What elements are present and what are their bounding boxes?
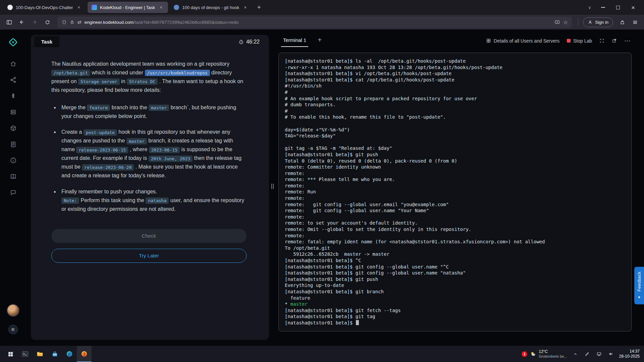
terminal-line: remote:: [285, 170, 625, 177]
profile-badge[interactable]: R: [8, 325, 18, 334]
inline-code: Storage server: [78, 78, 120, 85]
tray-volume-icon[interactable]: [607, 351, 614, 357]
terminal-line: #!/usr/bin/sh: [285, 83, 625, 89]
tab-close-icon[interactable]: [76, 4, 82, 10]
address-bar[interactable]: engineer.kodekloud.com/task?id=680787723…: [58, 17, 572, 28]
permissions-icon[interactable]: [77, 19, 82, 25]
toolbar-separator: [578, 18, 578, 26]
new-tab-button[interactable]: [254, 2, 264, 12]
terminal-line: remote: git config --global user.name "Y…: [285, 207, 625, 214]
terminal-line: [natasha@ststor01 beta]$ git tag: [285, 313, 625, 320]
sidebar-info-icon[interactable]: [5, 152, 21, 168]
fullscreen-icon[interactable]: [599, 38, 604, 43]
terminal-line: remote:: [285, 214, 625, 220]
sign-in-button[interactable]: Sign in: [583, 17, 613, 27]
notification-badge[interactable]: 1: [522, 351, 527, 357]
tray-pen-icon[interactable]: [584, 352, 591, 357]
window-maximize-button[interactable]: [610, 0, 626, 15]
weather-widget[interactable]: 1 12°C Grotendeels be...: [522, 350, 567, 358]
terminal[interactable]: [natasha@ststor01 beta]$ ls -al /opt/bet…: [278, 53, 632, 331]
temperature: 12°C: [539, 350, 567, 354]
reload-button[interactable]: [42, 17, 53, 27]
task-bullet: Finally remember to push your changes.No…: [59, 187, 247, 214]
terminal-line: [285, 139, 625, 145]
terminal-line: #: [285, 108, 625, 114]
tab-close-icon[interactable]: [242, 4, 248, 10]
try-later-button[interactable]: Try Later: [51, 249, 247, 263]
browser-tab-strip: 100-Days-Of-DevOps-Challeng KodeKloud - …: [0, 0, 644, 15]
taskbar-clock[interactable]: 14:37 28-10-2025: [619, 349, 640, 359]
task-body: The Nautilus application development tea…: [31, 51, 269, 263]
kodekloud-favicon-icon: [92, 5, 97, 10]
feedback-label: Feedback: [637, 272, 642, 292]
page-favicon-icon: [174, 5, 179, 10]
save-page-icon[interactable]: [554, 19, 560, 25]
task-tab[interactable]: Task: [34, 36, 59, 47]
tracking-shield-icon[interactable]: [62, 20, 67, 25]
details-users-servers-button[interactable]: Details of all Users and Servers: [486, 38, 559, 44]
browser-tab-2-active[interactable]: KodeKloud - Engineer | Task: [88, 2, 168, 13]
terminal-line: Everything up-to-date: [285, 282, 625, 289]
terminal-menu-icon[interactable]: [624, 37, 631, 45]
terminal-line: [natasha@ststor01 beta]$ cat /opt/beta.g…: [285, 77, 625, 83]
extensions-icon[interactable]: [616, 17, 628, 27]
back-button[interactable]: [16, 17, 28, 27]
terminal-line: * master: [285, 301, 625, 307]
tab-close-icon[interactable]: [158, 4, 164, 10]
terminal-line: [natasha@ststor01 beta]$ git config --gl…: [285, 270, 625, 276]
inline-code: master: [126, 138, 147, 144]
inline-code: natasha: [146, 197, 169, 204]
stop-lab-label: Stop Lab: [573, 38, 592, 44]
window-close-button[interactable]: [626, 0, 641, 15]
sidebar-toggle-icon[interactable]: [3, 17, 15, 27]
sidebar-support-chat-icon[interactable]: [5, 184, 21, 200]
sidebar-home-icon[interactable]: [5, 56, 21, 72]
terminal-line: remote:: [285, 183, 625, 189]
inline-code: release-2023-06-15: [76, 147, 128, 153]
terminal-header: Terminal 1 Details of all Users and Serv…: [281, 35, 631, 48]
url-text: engineer.kodekloud.com/task?id=680787723…: [85, 20, 551, 25]
sidebar-playground-icon[interactable]: [5, 88, 21, 104]
terminal-line: 5912c26..65282cb master -> master: [285, 251, 625, 257]
bookmark-star-icon[interactable]: [563, 19, 568, 25]
tab-title: 100-Days-Of-DevOps-Challeng: [16, 5, 73, 10]
list-all-tabs-icon[interactable]: [584, 5, 595, 10]
sidebar-learning-path-icon[interactable]: [5, 72, 21, 88]
window-minimize-button[interactable]: [595, 0, 610, 15]
taskbar-edge-icon[interactable]: [62, 346, 77, 362]
open-in-new-icon[interactable]: [612, 38, 617, 43]
timer-icon: [238, 39, 244, 45]
taskbar-firefox-icon[interactable]: [77, 346, 92, 362]
inline-code: release-2023-06-20: [82, 164, 134, 171]
start-button[interactable]: [3, 346, 18, 362]
terminal-line: [natasha@ststor01 beta]$ git push: [285, 276, 625, 283]
panel-resize-handle[interactable]: [271, 184, 275, 189]
browser-tab-1[interactable]: 100-Days-Of-DevOps-Challeng: [3, 2, 86, 13]
sidebar-docs-icon[interactable]: [5, 168, 21, 184]
kodekloud-logo[interactable]: [6, 36, 20, 49]
stop-lab-button[interactable]: Stop Lab: [567, 38, 592, 44]
terminal-tab[interactable]: Terminal 1: [281, 35, 308, 47]
browser-toolbar: engineer.kodekloud.com/task?id=680787723…: [0, 15, 644, 29]
tray-chevron-up-icon[interactable]: [572, 352, 579, 356]
new-terminal-button[interactable]: [318, 35, 322, 44]
task-actions: Check Try Later: [51, 229, 247, 263]
menu-hamburger-icon[interactable]: [629, 17, 641, 27]
sidebar-labs-icon[interactable]: [5, 104, 21, 120]
inline-code: post-update: [84, 129, 117, 136]
taskbar-store-icon[interactable]: [47, 346, 62, 362]
taskbar-app-terminal-icon[interactable]: [18, 346, 33, 362]
forward-button[interactable]: [29, 17, 40, 27]
lock-icon[interactable]: [70, 20, 74, 24]
browser-tab-3[interactable]: 100 days of devops - git hook p: [170, 2, 252, 13]
terminal-line: remote: git config --global user.email "…: [285, 201, 625, 208]
sidebar-packages-icon[interactable]: [5, 120, 21, 136]
feedback-tab[interactable]: Feedback: [634, 267, 644, 304]
terminal-line: remote: Run: [285, 189, 625, 195]
taskbar-file-explorer-icon[interactable]: [33, 346, 47, 362]
tray-network-icon[interactable]: [596, 351, 602, 357]
user-avatar[interactable]: [7, 304, 19, 317]
check-button[interactable]: Check: [51, 229, 247, 243]
terminal-line: TAG="release-$day": [285, 133, 625, 139]
sidebar-notes-icon[interactable]: [5, 136, 21, 152]
